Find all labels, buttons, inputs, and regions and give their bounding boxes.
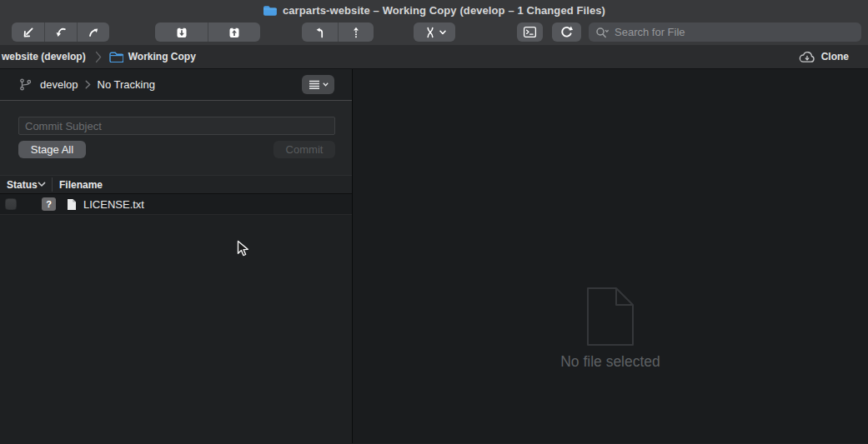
- stage-checkbox[interactable]: [5, 198, 17, 210]
- titlebar: carparts-website – Working Copy (develop…: [0, 0, 868, 20]
- status-column-header[interactable]: Status: [0, 179, 38, 191]
- merge-curves-icon: [424, 26, 437, 39]
- breadcrumb-location[interactable]: Working Copy: [128, 51, 196, 62]
- clone-label: Clone: [821, 51, 849, 62]
- circular-arrow-icon: [559, 25, 574, 39]
- rebase-button[interactable]: [338, 22, 374, 42]
- folder-icon: [263, 5, 277, 16]
- branch-row: develop No Tracking: [0, 69, 352, 101]
- file-search-field[interactable]: [589, 22, 861, 42]
- app-window: carparts-website – Working Copy (develop…: [0, 0, 868, 444]
- stash-group: [155, 22, 260, 42]
- search-input[interactable]: [615, 26, 855, 38]
- branch-arrow-icon: [314, 26, 327, 39]
- merge-dropdown-button[interactable]: [414, 22, 455, 42]
- stage-all-button[interactable]: Stage All: [18, 141, 86, 158]
- branch-button[interactable]: [302, 22, 338, 42]
- commit-subject-input[interactable]: [18, 117, 335, 135]
- chevron-right-icon: [85, 80, 91, 89]
- terminal-button[interactable]: [517, 22, 543, 42]
- breadcrumb-repo[interactable]: website (develop): [2, 51, 86, 62]
- filename-label: LICENSE.txt: [83, 198, 144, 211]
- commit-button[interactable]: Commit: [273, 141, 335, 158]
- breadcrumb-chevron-icon: [95, 51, 102, 63]
- remote-actions-group: [12, 22, 109, 42]
- refresh-button[interactable]: [552, 22, 581, 42]
- detail-panel: No file selected: [353, 69, 868, 443]
- view-options-button[interactable]: [302, 75, 334, 94]
- git-branch-icon: [18, 77, 33, 92]
- status-badge: ?: [42, 197, 56, 211]
- stash-button[interactable]: [155, 22, 208, 42]
- clone-button[interactable]: Clone: [798, 51, 849, 63]
- file-table-header: Status Filename: [0, 175, 352, 194]
- working-copy-panel: develop No Tracking Stage All Commi: [0, 69, 353, 443]
- box-arrow-up-icon: [228, 26, 241, 39]
- breadcrumb-bar: website (develop) Working Copy Clone: [0, 45, 868, 69]
- document-icon: [67, 198, 77, 211]
- fetch-button[interactable]: [12, 22, 44, 42]
- dotted-arrow-up-icon: [349, 26, 363, 39]
- box-arrow-down-icon: [175, 26, 188, 39]
- file-row[interactable]: ? LICENSE.txt: [0, 194, 352, 215]
- folder-icon: [109, 52, 123, 62]
- chevron-down-icon: [323, 82, 329, 87]
- push-button[interactable]: [77, 22, 109, 42]
- branch-name[interactable]: develop: [40, 78, 78, 91]
- pull-button[interactable]: [44, 22, 77, 42]
- empty-document-icon: [585, 286, 635, 351]
- sort-chevron-icon[interactable]: [38, 182, 52, 187]
- chevron-down-icon: [439, 30, 446, 35]
- list-icon: [309, 80, 320, 90]
- arrow-up-right-icon: [87, 26, 100, 39]
- window-title: carparts-website – Working Copy (develop…: [283, 4, 605, 17]
- commit-area: Stage All Commit: [0, 101, 352, 175]
- main-content: develop No Tracking Stage All Commi: [0, 69, 868, 443]
- magnifier-icon: [595, 27, 610, 38]
- pop-stash-button[interactable]: [208, 22, 260, 42]
- empty-state-message: No file selected: [353, 353, 868, 371]
- tracking-status[interactable]: No Tracking: [98, 78, 155, 91]
- arrow-down-left-icon: [22, 26, 35, 39]
- merge-dropdown-group: [414, 22, 455, 42]
- curved-arrow-down-left-icon: [54, 26, 68, 39]
- file-list-empty-area: [0, 215, 352, 443]
- filename-column-header[interactable]: Filename: [53, 179, 103, 191]
- terminal-icon: [523, 26, 537, 38]
- toolbar: [0, 20, 868, 45]
- branch-actions-group: [302, 22, 374, 42]
- cloud-download-icon: [798, 51, 816, 63]
